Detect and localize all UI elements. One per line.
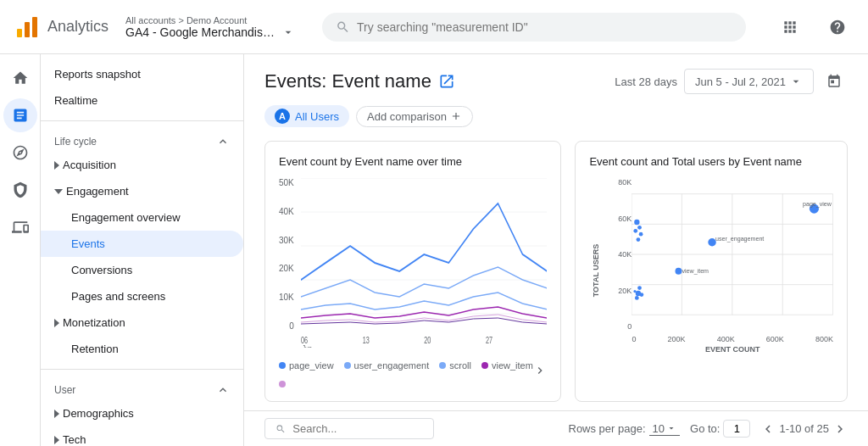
user-section: User bbox=[41, 376, 243, 400]
monetization-expand-icon bbox=[54, 319, 59, 327]
legend-dot-more bbox=[279, 381, 286, 387]
rows-dropdown-icon bbox=[666, 423, 676, 433]
admin-icon bbox=[12, 219, 29, 236]
rows-select[interactable]: 10 bbox=[649, 422, 680, 436]
next-page-icon[interactable] bbox=[832, 421, 848, 437]
legend-dot-page-view bbox=[279, 362, 286, 369]
bottom-search-input[interactable] bbox=[292, 422, 423, 435]
svg-rect-0 bbox=[17, 29, 22, 37]
sidebar-events[interactable]: Events bbox=[41, 231, 243, 257]
scatter-y-values: 80K 60K 40K 20K 0 bbox=[606, 178, 632, 331]
line-chart-svg: 06 Jun 13 20 27 bbox=[301, 178, 548, 348]
page-header: Events: Event name Last 28 days Jun 5 - … bbox=[264, 68, 848, 95]
sidebar-engagement-overview[interactable]: Engagement overview bbox=[41, 204, 243, 231]
svg-point-29 bbox=[640, 293, 644, 297]
svg-text:user_engagement: user_engagement bbox=[715, 236, 764, 243]
export-icon[interactable] bbox=[438, 73, 455, 90]
apps-icon bbox=[782, 19, 798, 36]
sidebar: Reports snapshot Realtime Life cycle Acq… bbox=[41, 54, 244, 446]
user-collapse-icon bbox=[216, 383, 230, 397]
reports-snapshot-label: Reports snapshot bbox=[54, 68, 141, 81]
svg-point-32 bbox=[638, 226, 643, 230]
add-icon bbox=[450, 110, 462, 122]
svg-text:27: 27 bbox=[486, 336, 492, 345]
admin-icon-btn[interactable] bbox=[3, 210, 37, 244]
reports-icon-btn[interactable] bbox=[3, 98, 37, 132]
sidebar-conversions[interactable]: Conversions bbox=[41, 257, 243, 283]
scatter-chart-box: Event count and Total users by Event nam… bbox=[575, 141, 848, 402]
lifecycle-section: Life cycle bbox=[41, 128, 243, 152]
sidebar-item-reports-snapshot[interactable]: Reports snapshot bbox=[41, 61, 243, 87]
all-users-avatar: A bbox=[275, 109, 290, 124]
app-title: Analytics bbox=[47, 18, 108, 36]
legend-user-engagement: user_engagement bbox=[344, 360, 430, 371]
home-icon bbox=[12, 70, 29, 86]
date-range-label: Last 28 days bbox=[615, 75, 677, 88]
sidebar-engagement[interactable]: Engagement bbox=[41, 178, 243, 204]
legend-view-item: view_item bbox=[481, 360, 533, 371]
configure-icon-btn[interactable] bbox=[3, 173, 37, 207]
bottom-search[interactable] bbox=[264, 418, 434, 439]
rows-per-page: Rows per page: 10 bbox=[569, 422, 681, 436]
tech-expand-icon bbox=[54, 436, 59, 444]
scatter-y-axis-label-area: TOTAL USERS bbox=[589, 178, 603, 365]
charts-container: Event count by Event name over time 50K … bbox=[264, 141, 848, 402]
pagination-area: Rows per page: 10 Go to: 1-10 of 25 bbox=[569, 420, 849, 438]
sidebar-item-realtime[interactable]: Realtime bbox=[41, 87, 243, 114]
svg-text:view_item: view_item bbox=[682, 268, 709, 275]
chart1-title: Event count by Event name over time bbox=[279, 155, 547, 168]
bottom-bar: Rows per page: 10 Go to: 1-10 of 25 bbox=[244, 410, 868, 446]
legend-dot-scroll bbox=[439, 362, 446, 369]
legend-dot-user-engagement bbox=[344, 362, 351, 369]
logo-area: Analytics bbox=[14, 14, 108, 41]
svg-point-35 bbox=[637, 237, 641, 242]
sidebar-monetization[interactable]: Monetization bbox=[41, 309, 243, 336]
help-icon-btn[interactable] bbox=[821, 10, 854, 44]
left-icon-bar bbox=[0, 54, 41, 446]
search-icon bbox=[336, 20, 350, 35]
search-bar[interactable] bbox=[322, 13, 746, 42]
apps-icon-btn[interactable] bbox=[773, 10, 807, 44]
scatter-chart-svg: page_view user_engagement view_item bbox=[632, 178, 833, 331]
sidebar-tech[interactable]: Tech bbox=[41, 426, 243, 446]
explore-icon-btn[interactable] bbox=[3, 136, 37, 170]
comparison-bar: A All Users Add comparison bbox=[264, 105, 848, 127]
all-users-label: All Users bbox=[295, 110, 339, 123]
date-range-value: Jun 5 - Jul 2, 2021 bbox=[695, 75, 786, 88]
calendar-icon bbox=[826, 74, 842, 89]
svg-rect-1 bbox=[25, 22, 30, 37]
page-nav: 1-10 of 25 bbox=[760, 421, 848, 437]
add-comparison-btn[interactable]: Add comparison bbox=[356, 106, 473, 127]
demographics-expand-icon bbox=[54, 410, 59, 418]
all-users-chip[interactable]: A All Users bbox=[264, 105, 349, 127]
configure-icon bbox=[12, 181, 29, 198]
svg-point-33 bbox=[634, 229, 638, 233]
svg-rect-2 bbox=[32, 17, 37, 37]
sidebar-retention[interactable]: Retention bbox=[41, 336, 243, 362]
svg-point-31 bbox=[635, 220, 640, 225]
svg-text:page_view: page_view bbox=[803, 201, 832, 208]
engagement-expand-icon bbox=[54, 189, 63, 194]
legend-scroll: scroll bbox=[439, 360, 471, 371]
search-input[interactable] bbox=[357, 20, 732, 34]
calendar-icon-btn[interactable] bbox=[821, 68, 848, 95]
date-range-selector[interactable]: Jun 5 - Jul 2, 2021 bbox=[684, 69, 814, 94]
prev-page-icon[interactable] bbox=[760, 421, 776, 437]
explore-icon bbox=[12, 144, 29, 161]
chart2-title: Event count and Total users by Event nam… bbox=[589, 155, 833, 168]
sidebar-acquisition[interactable]: Acquisition bbox=[41, 152, 243, 178]
goto-input[interactable] bbox=[723, 420, 750, 438]
date-range-area: Last 28 days Jun 5 - Jul 2, 2021 bbox=[615, 68, 848, 95]
legend-next-icon[interactable] bbox=[533, 364, 547, 377]
page-title: Events: Event name bbox=[264, 70, 431, 92]
legend-more bbox=[279, 381, 286, 387]
line-chart-box: Event count by Event name over time 50K … bbox=[264, 141, 561, 402]
y-axis: 50K 40K 30K 20K 10K 0 bbox=[279, 178, 294, 348]
svg-point-27 bbox=[638, 286, 643, 290]
sidebar-pages-screens[interactable]: Pages and screens bbox=[41, 283, 243, 309]
account-selector[interactable]: GA4 - Google Merchandise ... bbox=[125, 25, 295, 39]
bottom-search-icon bbox=[275, 423, 286, 435]
scatter-x-values: 0 200K 400K 600K 800K bbox=[632, 335, 833, 343]
home-icon-btn[interactable] bbox=[3, 61, 37, 95]
sidebar-demographics[interactable]: Demographics bbox=[41, 400, 243, 426]
